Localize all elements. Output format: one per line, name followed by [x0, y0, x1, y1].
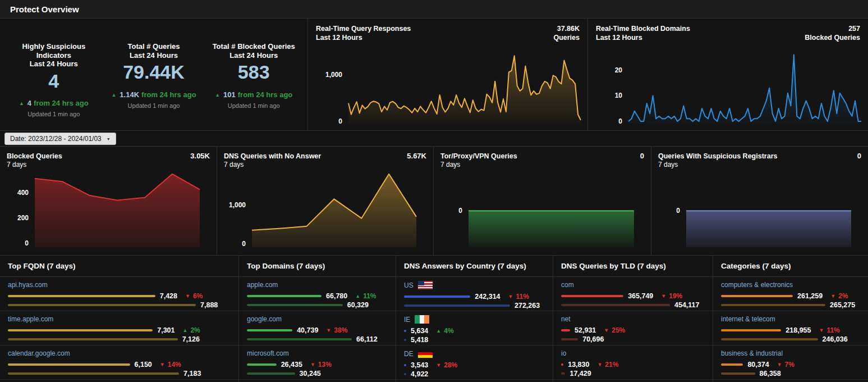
change-indicator: ▼19% — [661, 292, 682, 300]
current-bar — [247, 363, 277, 366]
previous-value: 66,112 — [356, 335, 378, 343]
current-bar-row: 5,634▲4% — [404, 326, 545, 335]
item-label-link[interactable]: com — [561, 281, 705, 289]
current-bar-row: 7,301▲2% — [8, 326, 231, 335]
list-item: net52,931▼25%70,696 — [553, 311, 713, 345]
y-axis-tick: 200 — [17, 213, 29, 222]
realtime-queries-line-chart: 01,000 — [348, 53, 581, 124]
stat-delta-text: from 24 hrs ago — [34, 99, 89, 107]
previous-bar-row: 265,275 — [721, 301, 860, 310]
previous-bar — [8, 372, 179, 375]
stat-value: 583 — [204, 62, 304, 83]
item-label-link[interactable]: calendar.google.com — [8, 349, 231, 357]
change-percent: 21% — [605, 361, 618, 369]
date-range-label: Date: 2023/12/28 - 2024/01/03 — [10, 135, 102, 143]
previous-bar-row: 5,418 — [404, 335, 545, 344]
item-label-text: calendar.google.com — [8, 349, 70, 357]
chart-title: Tor/Proxy/VPN Queries — [440, 152, 517, 161]
previous-bar-row: 17,429 — [561, 369, 705, 378]
current-value: 3,543 — [411, 361, 428, 369]
stat-value: 4 — [4, 71, 103, 92]
item-label-link[interactable]: US — [404, 281, 545, 289]
chart-header-left: Blocked Queries7 days — [7, 152, 62, 170]
previous-bar-row: 60,329 — [247, 301, 388, 310]
trend-down-icon: ▼ — [185, 293, 190, 299]
protect-overview-dashboard: Protect Overview Highly Suspicious Indic… — [0, 0, 868, 382]
item-label-link[interactable]: time.apple.com — [8, 315, 231, 323]
list-item: US242,314▼11%272,263 — [396, 277, 553, 311]
item-label-text: io — [561, 349, 566, 357]
list-item: io13,830▼21%17,429 — [553, 345, 713, 380]
item-label-text: time.apple.com — [8, 315, 53, 323]
change-indicator: ▼13% — [310, 361, 332, 369]
previous-value: 7,183 — [183, 370, 201, 378]
change-indicator: ▲4% — [436, 327, 453, 335]
stat-title: Total # Queries — [104, 42, 204, 51]
previous-value: 272,263 — [515, 302, 540, 310]
change-percent: 2% — [838, 292, 848, 300]
current-bar — [8, 329, 153, 331]
previous-bar — [404, 339, 406, 341]
current-value: 52,931 — [575, 326, 596, 334]
previous-value: 7,888 — [200, 301, 218, 309]
item-label-link[interactable]: google.com — [247, 315, 388, 323]
item-label-link[interactable]: computers & electronics — [721, 281, 860, 289]
current-bar — [404, 330, 406, 332]
stat-subtitle: Last 24 Hours — [104, 51, 204, 60]
date-range-dropdown[interactable]: Date: 2023/12/28 - 2024/01/03 ▼ — [4, 133, 116, 145]
item-label-link[interactable]: io — [561, 349, 705, 357]
item-label-link[interactable]: microsoft.com — [247, 349, 388, 357]
previous-bar-row: 30,245 — [247, 369, 388, 378]
chart-header: DNS Queries with No Answer7 days5.67K — [217, 147, 433, 170]
current-bar-row: 52,931▼25% — [561, 326, 705, 335]
chart-header: Blocked Queries7 days3.05K — [0, 147, 217, 170]
list-column-title: Top Domains (7 days) — [239, 256, 396, 277]
trend-down-icon: ▼ — [310, 362, 315, 367]
item-label-link[interactable]: internet & telecom — [721, 315, 860, 323]
previous-value: 454,117 — [674, 301, 700, 309]
stats-panel: Highly Suspicious IndicatorsLast 24 Hour… — [0, 19, 307, 130]
previous-value: 17,429 — [570, 370, 591, 378]
item-label-text: DE — [404, 350, 414, 358]
previous-value: 7,126 — [182, 335, 200, 343]
previous-value: 5,418 — [411, 336, 428, 344]
chart-header-left: Tor/Proxy/VPN Queries7 days — [440, 152, 517, 170]
y-axis-tick: 10 — [615, 91, 622, 100]
current-bar-row: 6,150▼14% — [8, 360, 231, 369]
chart-period: Last 12 Hours — [316, 33, 411, 42]
trend-down-icon: ▼ — [508, 294, 513, 299]
trend-down-icon: ▼ — [326, 328, 331, 333]
change-percent: 13% — [318, 361, 332, 369]
change-indicator: ▼38% — [326, 326, 347, 334]
chart-header-left: Queries With Suspicious Registrars7 days — [658, 152, 777, 170]
caret-down-icon: ▼ — [107, 137, 111, 141]
current-value: 7,301 — [157, 326, 174, 334]
previous-bar — [721, 338, 818, 340]
previous-value: 246,036 — [823, 335, 848, 343]
item-label-link[interactable]: IE — [404, 315, 545, 324]
chart-title: Real-Time Query Responses — [316, 24, 411, 33]
stat-updated: Updated 1 min ago — [204, 102, 304, 109]
area-chart: 0 — [686, 172, 851, 247]
y-axis-tick: 20 — [615, 66, 622, 75]
item-label-link[interactable]: net — [561, 315, 705, 323]
list-item: microsoft.com26,435▼13%30,245 — [239, 345, 396, 380]
current-bar — [561, 329, 570, 331]
item-label-link[interactable]: DE — [404, 349, 545, 358]
previous-bar — [404, 373, 406, 375]
area-chart: 0200400 — [35, 172, 200, 247]
item-label-text: google.com — [247, 315, 282, 323]
realtime-query-responses-panel: Real-Time Query Responses Last 12 Hours … — [307, 19, 587, 130]
change-percent: 11% — [516, 293, 529, 301]
current-bar — [721, 295, 793, 297]
item-label-link[interactable]: apple.com — [247, 281, 388, 289]
item-label-link[interactable]: api.hyas.com — [8, 281, 231, 289]
chart-total-value: 5.67K — [407, 152, 426, 170]
current-bar — [404, 364, 406, 366]
previous-value: 60,329 — [347, 301, 369, 309]
stat-card: Highly Suspicious IndicatorsLast 24 Hour… — [4, 42, 103, 130]
change-percent: 19% — [669, 292, 682, 300]
list-column: Top Domains (7 days)apple.com66,780▲11%6… — [238, 256, 396, 382]
previous-bar-row: 7,183 — [8, 369, 231, 378]
item-label-link[interactable]: business & industrial — [721, 349, 860, 357]
